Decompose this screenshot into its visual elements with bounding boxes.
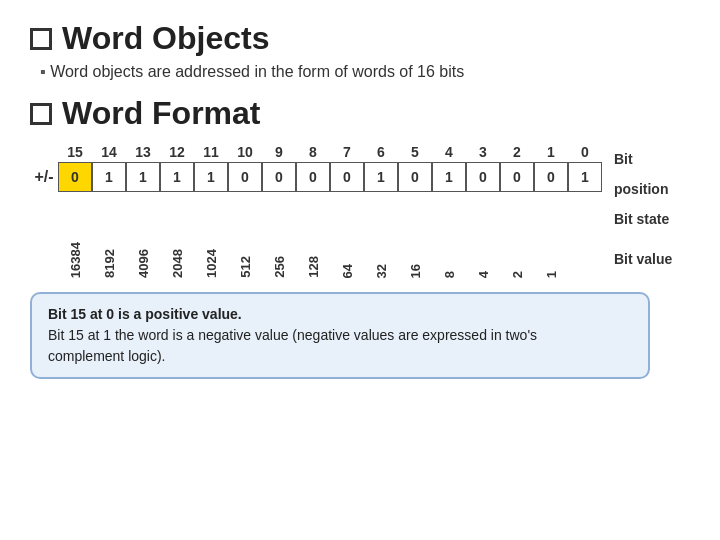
val-32: 32 bbox=[364, 198, 398, 278]
word-objects-title: Word Objects bbox=[62, 20, 269, 57]
bit-7: 0 bbox=[296, 162, 330, 192]
pos-0: 0 bbox=[568, 144, 602, 160]
bit-3: 1 bbox=[160, 162, 194, 192]
pos-6: 6 bbox=[364, 144, 398, 160]
pos-2: 2 bbox=[500, 144, 534, 160]
word-format-heading: Word Format bbox=[30, 95, 690, 132]
pos-9: 9 bbox=[262, 144, 296, 160]
bit-9: 1 bbox=[364, 162, 398, 192]
word-objects-subtitle: Word objects are addressed in the form o… bbox=[40, 63, 690, 81]
pos-3: 3 bbox=[466, 144, 500, 160]
pos-12: 12 bbox=[160, 144, 194, 160]
pos-14: 14 bbox=[92, 144, 126, 160]
bit-4: 1 bbox=[194, 162, 228, 192]
val-64: 64 bbox=[330, 198, 364, 278]
pos-15: 15 bbox=[58, 144, 92, 160]
info-box: Bit 15 at 0 is a positive value. Bit 15 … bbox=[30, 292, 650, 379]
val-4: 4 bbox=[466, 198, 500, 278]
values-row: 16384 8192 4096 2048 1024 512 256 128 64… bbox=[30, 198, 602, 278]
pos-4: 4 bbox=[432, 144, 466, 160]
pos-1: 1 bbox=[534, 144, 568, 160]
bit-14: 0 bbox=[534, 162, 568, 192]
val-2: 2 bbox=[500, 198, 534, 278]
bit-2: 1 bbox=[126, 162, 160, 192]
bit-15: 1 bbox=[568, 162, 602, 192]
bit-8: 0 bbox=[330, 162, 364, 192]
page: Word Objects Word objects are addressed … bbox=[0, 0, 720, 399]
bit-state-label: Bit state bbox=[614, 204, 690, 234]
val-2048: 2048 bbox=[160, 198, 194, 278]
info-line2: Bit 15 at 1 the word is a negative value… bbox=[48, 325, 632, 346]
val-16: 16 bbox=[398, 198, 432, 278]
word-format-title: Word Format bbox=[62, 95, 261, 132]
info-line3: complement logic). bbox=[48, 346, 632, 367]
word-objects-heading: Word Objects bbox=[30, 20, 690, 57]
bit-position-label: Bit position bbox=[614, 144, 690, 204]
val-1: 1 bbox=[534, 198, 568, 278]
table-container: 15 14 13 12 11 10 9 8 7 6 5 4 3 2 1 0 +/… bbox=[30, 144, 690, 278]
bit-6: 0 bbox=[262, 162, 296, 192]
plus-minus-label: +/- bbox=[30, 168, 58, 186]
val-128: 128 bbox=[296, 198, 330, 278]
bit-12: 0 bbox=[466, 162, 500, 192]
bit-13: 0 bbox=[500, 162, 534, 192]
val-8: 8 bbox=[432, 198, 466, 278]
bit-table-wrapper: 15 14 13 12 11 10 9 8 7 6 5 4 3 2 1 0 +/… bbox=[30, 144, 602, 278]
checkbox-icon-1 bbox=[30, 28, 52, 50]
val-256: 256 bbox=[262, 198, 296, 278]
pos-5: 5 bbox=[398, 144, 432, 160]
checkbox-icon-2 bbox=[30, 103, 52, 125]
val-512: 512 bbox=[228, 198, 262, 278]
pos-11: 11 bbox=[194, 144, 228, 160]
positions-row: 15 14 13 12 11 10 9 8 7 6 5 4 3 2 1 0 bbox=[30, 144, 602, 160]
bit-1: 1 bbox=[92, 162, 126, 192]
bit-value-label: Bit value bbox=[614, 244, 690, 274]
bits-row: +/- 0 1 1 1 1 0 0 0 0 1 0 1 0 0 0 1 bbox=[30, 162, 602, 192]
val-1024: 1024 bbox=[194, 198, 228, 278]
val-16384: 16384 bbox=[58, 198, 92, 278]
labels-column: Bit position Bit state Bit value bbox=[614, 144, 690, 274]
bit-11: 1 bbox=[432, 162, 466, 192]
bit-0: 0 bbox=[58, 162, 92, 192]
pos-10: 10 bbox=[228, 144, 262, 160]
pos-7: 7 bbox=[330, 144, 364, 160]
bit-10: 0 bbox=[398, 162, 432, 192]
bit-5: 0 bbox=[228, 162, 262, 192]
val-8192: 8192 bbox=[92, 198, 126, 278]
pos-13: 13 bbox=[126, 144, 160, 160]
info-line1: Bit 15 at 0 is a positive value. bbox=[48, 304, 632, 325]
val-4096: 4096 bbox=[126, 198, 160, 278]
pos-8: 8 bbox=[296, 144, 330, 160]
